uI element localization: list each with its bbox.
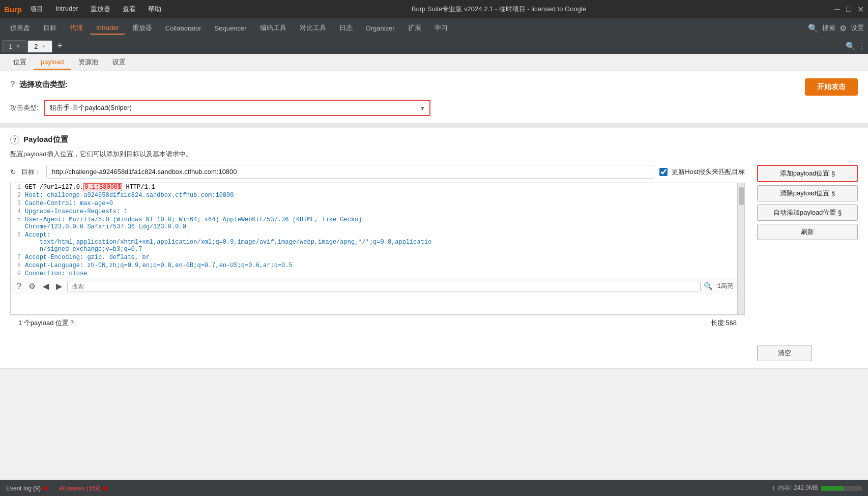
subtab-resource-pool[interactable]: 资源池 [71, 54, 105, 71]
tab-strip: 1 × 2 × + 🔍 ⋮ [0, 38, 868, 54]
menu-help[interactable]: 帮助 [146, 4, 163, 15]
burp-logo: Burp [4, 5, 22, 14]
line-num-7: 7 [11, 254, 25, 261]
update-host-checkbox[interactable] [659, 168, 668, 176]
tab-1-close[interactable]: × [16, 43, 20, 50]
titlebar-menu: 项目 Intruder 重放器 查看 帮助 [28, 4, 163, 15]
menu-intruder[interactable]: Intruder [53, 4, 80, 15]
nav-learn[interactable]: 学习 [428, 21, 454, 35]
code-line-1: 1 GET /?url=127.0.0.1:$8000$ HTTP/1.1 [11, 183, 737, 191]
line-num-8: 8 [11, 262, 25, 269]
footer: Event log (9) All issues (159) ℹ 内存: 242… [0, 480, 868, 496]
attack-type-heading: 选择攻击类型: [19, 80, 68, 90]
clear-area: 清空 [757, 345, 858, 361]
next-btn[interactable]: ▶ [54, 280, 64, 292]
clear-payload-position-button[interactable]: 清除payload位置 § [757, 185, 858, 201]
section-divider-1 [0, 124, 868, 128]
info-icon: ℹ [772, 485, 775, 492]
editor-scrollbar[interactable] [738, 183, 745, 315]
code-line-8: 8 Accept-Language: zh-CN,zh;q=0.9,en;q=0… [11, 261, 737, 270]
code-line-7: 7 Accept-Encoding: gzip, deflate, br [11, 253, 737, 261]
settings-text[interactable]: 设置 [851, 23, 864, 33]
payload-position-section: ? Payload位置 配置payload插入位置，它们可以添加到目标以及基本请… [0, 128, 868, 369]
attack-type-help-icon[interactable]: ? [10, 80, 15, 89]
subtab-settings[interactable]: 设置 [105, 54, 133, 71]
attack-type-section: ? 选择攻击类型: 开始攻击 攻击类型: 狙击手-单个payload(Snipe… [0, 71, 868, 124]
navbar: 仪表盘 目标 代理 Intruder 重放器 Collaborator Sequ… [0, 18, 868, 38]
update-host-row: 更新Host报头来匹配目标 [659, 167, 745, 177]
search-icon[interactable]: 🔍 [808, 23, 818, 33]
event-log-label: Event log (9) [6, 485, 41, 492]
nav-extensions[interactable]: 扩展 [402, 21, 427, 35]
help-toolbar-btn[interactable]: ? [15, 281, 23, 292]
tab-2[interactable]: 2 × [27, 40, 52, 52]
clear-editor-button[interactable]: 清空 [757, 345, 812, 361]
target-url-input[interactable] [46, 165, 654, 179]
all-issues[interactable]: All issues (159) [59, 485, 107, 492]
nav-proxy[interactable]: 代理 [64, 21, 89, 35]
menu-project[interactable]: 项目 [28, 4, 45, 15]
tab-search-icon[interactable]: 🔍 [846, 41, 856, 51]
editor-search-input[interactable] [67, 281, 701, 292]
subtab-payload[interactable]: payload [34, 55, 71, 70]
line-content-8: Accept-Language: zh-CN,zh;q=0.9,en;q=0.8… [25, 262, 737, 269]
titlebar: Burp 项目 Intruder 重放器 查看 帮助 Burp Suite专业版… [0, 0, 868, 18]
prev-btn[interactable]: ◀ [41, 280, 51, 292]
main-content: ? 选择攻击类型: 开始攻击 攻击类型: 狙击手-单个payload(Snipe… [0, 71, 868, 369]
nav-intruder[interactable]: Intruder [90, 22, 125, 35]
minimize-btn[interactable]: ─ [834, 5, 840, 14]
nav-comparer[interactable]: 对比工具 [294, 21, 332, 35]
nav-organizer[interactable]: Organizer [360, 22, 401, 34]
attack-type-title: ? 选择攻击类型: [10, 80, 68, 90]
line-num-9: 9 [11, 270, 25, 277]
code-line-6: 6 Accept: text/html,application/xhtml+xm… [11, 231, 737, 253]
line-content-4: Upgrade-Insecure-Requests: 1 [25, 208, 737, 215]
menu-repeater[interactable]: 重放器 [89, 4, 112, 15]
nav-repeater[interactable]: 重放器 [126, 21, 158, 35]
tab-1[interactable]: 1 × [2, 40, 26, 52]
subtabs: 位置 payload 资源池 设置 [0, 54, 868, 71]
line-num-4: 4 [11, 208, 25, 215]
nav-collaborator[interactable]: Collaborator [159, 22, 208, 34]
text-get: GET /?url=127.0. [25, 184, 83, 191]
bottom-status: 1 个payload 位置？ 长度:568 [10, 315, 745, 331]
line-content-6: Accept: text/html,application/xhtml+xml,… [25, 231, 737, 253]
request-editor[interactable]: 1 GET /?url=127.0.0.1:$8000$ HTTP/1.1 2 … [10, 183, 738, 315]
issues-dot [103, 486, 107, 490]
payload-position-heading: Payload位置 [23, 135, 68, 144]
auto-add-payload-button[interactable]: 自动添加payload位置 § [757, 205, 858, 221]
maximize-btn[interactable]: □ [846, 5, 851, 14]
settings-label[interactable]: 搜索 [822, 23, 835, 33]
update-host-label: 更新Host报头来匹配目标 [672, 167, 745, 177]
line-num-6: 6 [11, 231, 25, 253]
subtab-position[interactable]: 位置 [6, 54, 34, 71]
add-tab-button[interactable]: + [53, 41, 67, 51]
tab-2-close[interactable]: × [42, 43, 45, 50]
line-num-2: 2 [11, 192, 25, 199]
nav-decoder[interactable]: 编码工具 [254, 21, 293, 35]
tab-menu-icon[interactable]: ⋮ [858, 41, 866, 51]
gear-icon[interactable]: ⚙ [840, 23, 847, 33]
code-line-9: 9 Connection: close [11, 270, 737, 278]
nav-sequencer[interactable]: Sequencer [209, 22, 253, 34]
attack-type-dropdown[interactable]: 狙击手-单个payload(Sniper) ▾ [44, 100, 430, 116]
refresh-target-icon[interactable]: ↻ [10, 168, 16, 176]
attack-type-value: 狙击手-单个payload(Sniper) [50, 103, 132, 112]
event-log-dot [43, 486, 47, 490]
settings-toolbar-btn[interactable]: ⚙ [26, 280, 38, 292]
event-log[interactable]: Event log (9) [6, 485, 47, 492]
line-content-3: Cache-Control: max-age=0 [25, 200, 737, 207]
payload-position-help-icon[interactable]: ? [10, 135, 19, 144]
nav-target[interactable]: 目标 [37, 21, 63, 35]
line-content-1: GET /?url=127.0.0.1:$8000$ HTTP/1.1 [25, 184, 737, 191]
all-issues-label: All issues (159) [59, 485, 101, 492]
add-payload-position-button[interactable]: 添加payload位置 § [757, 165, 858, 182]
nav-logger[interactable]: 日志 [333, 21, 359, 35]
line-content-7: Accept-Encoding: gzip, deflate, br [25, 254, 737, 261]
refresh-button[interactable]: 刷新 [757, 224, 858, 240]
start-attack-button[interactable]: 开始攻击 [805, 78, 858, 96]
window-controls[interactable]: ─ □ ✕ [834, 5, 864, 14]
nav-dashboard[interactable]: 仪表盘 [4, 21, 36, 35]
menu-view[interactable]: 查看 [121, 4, 138, 15]
close-btn[interactable]: ✕ [857, 5, 864, 14]
